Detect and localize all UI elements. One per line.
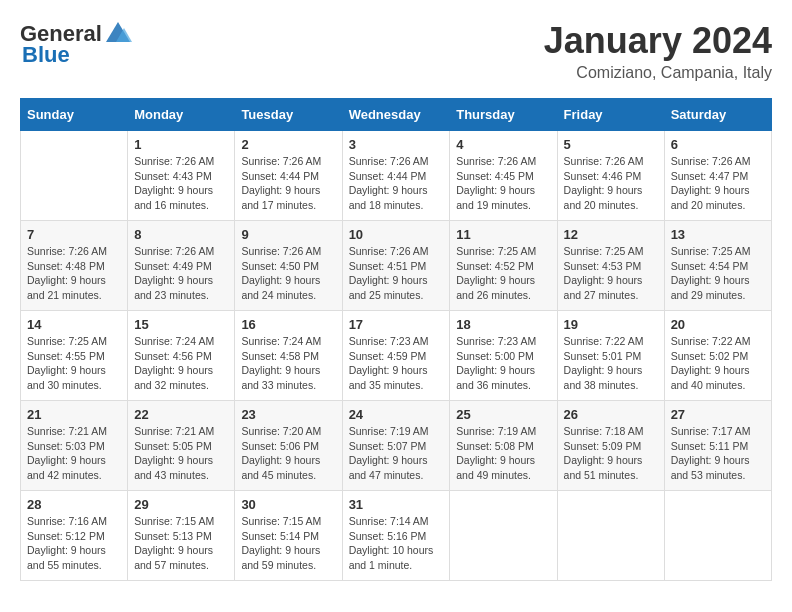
calendar-cell: 4Sunrise: 7:26 AM Sunset: 4:45 PM Daylig…: [450, 131, 557, 221]
calendar-cell: 28Sunrise: 7:16 AM Sunset: 5:12 PM Dayli…: [21, 491, 128, 581]
column-header-sunday: Sunday: [21, 99, 128, 131]
day-info: Sunrise: 7:25 AM Sunset: 4:54 PM Dayligh…: [671, 244, 765, 303]
calendar-cell: 26Sunrise: 7:18 AM Sunset: 5:09 PM Dayli…: [557, 401, 664, 491]
day-number: 17: [349, 317, 444, 332]
day-info: Sunrise: 7:19 AM Sunset: 5:07 PM Dayligh…: [349, 424, 444, 483]
day-info: Sunrise: 7:26 AM Sunset: 4:49 PM Dayligh…: [134, 244, 228, 303]
column-header-tuesday: Tuesday: [235, 99, 342, 131]
day-info: Sunrise: 7:26 AM Sunset: 4:50 PM Dayligh…: [241, 244, 335, 303]
week-row-2: 7Sunrise: 7:26 AM Sunset: 4:48 PM Daylig…: [21, 221, 772, 311]
calendar-cell: [664, 491, 771, 581]
column-header-wednesday: Wednesday: [342, 99, 450, 131]
day-number: 1: [134, 137, 228, 152]
day-number: 3: [349, 137, 444, 152]
calendar-cell: 31Sunrise: 7:14 AM Sunset: 5:16 PM Dayli…: [342, 491, 450, 581]
day-info: Sunrise: 7:15 AM Sunset: 5:13 PM Dayligh…: [134, 514, 228, 573]
day-number: 24: [349, 407, 444, 422]
month-title: January 2024: [544, 20, 772, 62]
day-info: Sunrise: 7:26 AM Sunset: 4:47 PM Dayligh…: [671, 154, 765, 213]
calendar-cell: 1Sunrise: 7:26 AM Sunset: 4:43 PM Daylig…: [128, 131, 235, 221]
day-number: 23: [241, 407, 335, 422]
day-info: Sunrise: 7:14 AM Sunset: 5:16 PM Dayligh…: [349, 514, 444, 573]
day-info: Sunrise: 7:25 AM Sunset: 4:55 PM Dayligh…: [27, 334, 121, 393]
calendar-cell: 29Sunrise: 7:15 AM Sunset: 5:13 PM Dayli…: [128, 491, 235, 581]
column-header-thursday: Thursday: [450, 99, 557, 131]
day-number: 16: [241, 317, 335, 332]
day-number: 10: [349, 227, 444, 242]
calendar-cell: 12Sunrise: 7:25 AM Sunset: 4:53 PM Dayli…: [557, 221, 664, 311]
day-info: Sunrise: 7:25 AM Sunset: 4:53 PM Dayligh…: [564, 244, 658, 303]
week-row-3: 14Sunrise: 7:25 AM Sunset: 4:55 PM Dayli…: [21, 311, 772, 401]
calendar-cell: 11Sunrise: 7:25 AM Sunset: 4:52 PM Dayli…: [450, 221, 557, 311]
day-number: 15: [134, 317, 228, 332]
calendar-cell: 7Sunrise: 7:26 AM Sunset: 4:48 PM Daylig…: [21, 221, 128, 311]
day-info: Sunrise: 7:24 AM Sunset: 4:58 PM Dayligh…: [241, 334, 335, 393]
calendar-cell: 9Sunrise: 7:26 AM Sunset: 4:50 PM Daylig…: [235, 221, 342, 311]
day-info: Sunrise: 7:26 AM Sunset: 4:51 PM Dayligh…: [349, 244, 444, 303]
day-info: Sunrise: 7:26 AM Sunset: 4:46 PM Dayligh…: [564, 154, 658, 213]
day-info: Sunrise: 7:16 AM Sunset: 5:12 PM Dayligh…: [27, 514, 121, 573]
header: General Blue January 2024 Comiziano, Cam…: [20, 20, 772, 82]
calendar-cell: 10Sunrise: 7:26 AM Sunset: 4:51 PM Dayli…: [342, 221, 450, 311]
calendar-cell: [21, 131, 128, 221]
day-number: 18: [456, 317, 550, 332]
day-number: 13: [671, 227, 765, 242]
calendar-cell: 27Sunrise: 7:17 AM Sunset: 5:11 PM Dayli…: [664, 401, 771, 491]
day-info: Sunrise: 7:18 AM Sunset: 5:09 PM Dayligh…: [564, 424, 658, 483]
logo: General Blue: [20, 20, 132, 68]
day-info: Sunrise: 7:22 AM Sunset: 5:02 PM Dayligh…: [671, 334, 765, 393]
day-info: Sunrise: 7:26 AM Sunset: 4:44 PM Dayligh…: [349, 154, 444, 213]
calendar-cell: 13Sunrise: 7:25 AM Sunset: 4:54 PM Dayli…: [664, 221, 771, 311]
column-header-monday: Monday: [128, 99, 235, 131]
logo-icon: [104, 20, 132, 48]
calendar-cell: 20Sunrise: 7:22 AM Sunset: 5:02 PM Dayli…: [664, 311, 771, 401]
week-row-4: 21Sunrise: 7:21 AM Sunset: 5:03 PM Dayli…: [21, 401, 772, 491]
day-number: 25: [456, 407, 550, 422]
day-info: Sunrise: 7:24 AM Sunset: 4:56 PM Dayligh…: [134, 334, 228, 393]
calendar-cell: 3Sunrise: 7:26 AM Sunset: 4:44 PM Daylig…: [342, 131, 450, 221]
day-info: Sunrise: 7:19 AM Sunset: 5:08 PM Dayligh…: [456, 424, 550, 483]
day-number: 8: [134, 227, 228, 242]
day-info: Sunrise: 7:23 AM Sunset: 5:00 PM Dayligh…: [456, 334, 550, 393]
day-number: 29: [134, 497, 228, 512]
day-number: 6: [671, 137, 765, 152]
calendar-cell: 14Sunrise: 7:25 AM Sunset: 4:55 PM Dayli…: [21, 311, 128, 401]
calendar-cell: 5Sunrise: 7:26 AM Sunset: 4:46 PM Daylig…: [557, 131, 664, 221]
location-title: Comiziano, Campania, Italy: [544, 64, 772, 82]
header-row: SundayMondayTuesdayWednesdayThursdayFrid…: [21, 99, 772, 131]
column-header-friday: Friday: [557, 99, 664, 131]
day-info: Sunrise: 7:26 AM Sunset: 4:43 PM Dayligh…: [134, 154, 228, 213]
day-info: Sunrise: 7:15 AM Sunset: 5:14 PM Dayligh…: [241, 514, 335, 573]
day-number: 7: [27, 227, 121, 242]
day-info: Sunrise: 7:21 AM Sunset: 5:03 PM Dayligh…: [27, 424, 121, 483]
calendar-cell: [450, 491, 557, 581]
calendar-cell: 17Sunrise: 7:23 AM Sunset: 4:59 PM Dayli…: [342, 311, 450, 401]
day-info: Sunrise: 7:21 AM Sunset: 5:05 PM Dayligh…: [134, 424, 228, 483]
day-number: 12: [564, 227, 658, 242]
day-info: Sunrise: 7:26 AM Sunset: 4:48 PM Dayligh…: [27, 244, 121, 303]
day-number: 21: [27, 407, 121, 422]
calendar-cell: 15Sunrise: 7:24 AM Sunset: 4:56 PM Dayli…: [128, 311, 235, 401]
day-info: Sunrise: 7:26 AM Sunset: 4:44 PM Dayligh…: [241, 154, 335, 213]
calendar-cell: 2Sunrise: 7:26 AM Sunset: 4:44 PM Daylig…: [235, 131, 342, 221]
calendar-cell: 6Sunrise: 7:26 AM Sunset: 4:47 PM Daylig…: [664, 131, 771, 221]
day-number: 30: [241, 497, 335, 512]
calendar-cell: [557, 491, 664, 581]
day-number: 26: [564, 407, 658, 422]
week-row-5: 28Sunrise: 7:16 AM Sunset: 5:12 PM Dayli…: [21, 491, 772, 581]
week-row-1: 1Sunrise: 7:26 AM Sunset: 4:43 PM Daylig…: [21, 131, 772, 221]
calendar-cell: 30Sunrise: 7:15 AM Sunset: 5:14 PM Dayli…: [235, 491, 342, 581]
day-info: Sunrise: 7:23 AM Sunset: 4:59 PM Dayligh…: [349, 334, 444, 393]
calendar-cell: 19Sunrise: 7:22 AM Sunset: 5:01 PM Dayli…: [557, 311, 664, 401]
day-number: 14: [27, 317, 121, 332]
day-info: Sunrise: 7:25 AM Sunset: 4:52 PM Dayligh…: [456, 244, 550, 303]
calendar-table: SundayMondayTuesdayWednesdayThursdayFrid…: [20, 98, 772, 581]
day-number: 20: [671, 317, 765, 332]
day-number: 31: [349, 497, 444, 512]
calendar-cell: 8Sunrise: 7:26 AM Sunset: 4:49 PM Daylig…: [128, 221, 235, 311]
title-area: January 2024 Comiziano, Campania, Italy: [544, 20, 772, 82]
calendar-cell: 25Sunrise: 7:19 AM Sunset: 5:08 PM Dayli…: [450, 401, 557, 491]
logo-blue: Blue: [22, 42, 70, 68]
day-number: 28: [27, 497, 121, 512]
day-info: Sunrise: 7:22 AM Sunset: 5:01 PM Dayligh…: [564, 334, 658, 393]
